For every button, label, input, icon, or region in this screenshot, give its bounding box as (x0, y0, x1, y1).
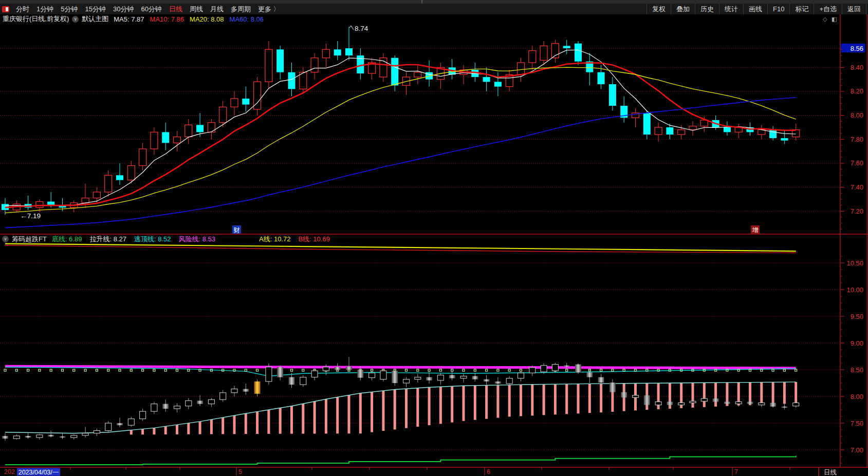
mini-candle-up (552, 365, 558, 371)
indicator-bar (290, 406, 293, 434)
b-line (5, 245, 796, 253)
axis-label-main: 7.60 (851, 159, 863, 167)
indicator-bar (141, 429, 144, 434)
indicator-header: ∨ 筹码超跌FT 底线: 6.89拉升线: 8.27逃顶线: 8.52风险线: … (2, 235, 338, 243)
indicator-name[interactable]: 筹码超跌FT (12, 235, 47, 244)
indicator-bar (359, 393, 362, 434)
candle-up (529, 51, 536, 63)
risk-tick-marker (612, 369, 614, 371)
mini-candle-down (117, 423, 123, 425)
candle-down (391, 58, 398, 86)
indicator-bar (577, 384, 580, 414)
indicator-bar (313, 402, 316, 434)
candle-up (300, 72, 307, 89)
mini-candle-up (437, 375, 444, 380)
mini-candle-up (541, 366, 547, 372)
risk-tick-marker (726, 369, 728, 371)
risk-tick-marker (15, 369, 17, 371)
axis-label-indicator: 8.50 (851, 366, 863, 374)
indicator-bar (451, 386, 453, 422)
candle-down (483, 77, 490, 82)
mini-candle-up (690, 401, 696, 403)
candle-down (724, 127, 731, 132)
indicator-bar (348, 395, 350, 434)
mini-candle-down (564, 366, 570, 367)
candle-down (242, 99, 249, 105)
risk-tick-marker (256, 369, 258, 371)
candle-up (174, 137, 181, 143)
candle-up (139, 149, 146, 166)
candle-down (494, 82, 502, 86)
candle-up (265, 49, 272, 82)
candle-down (334, 49, 341, 55)
candle-down (563, 46, 570, 48)
candle-up (82, 198, 89, 203)
risk-tick-marker (508, 369, 510, 371)
axis-label-indicator: 9.50 (851, 313, 863, 320)
risk-tick-marker (428, 369, 430, 371)
axis-label-main: 8.00 (851, 111, 863, 119)
mini-candle-up (735, 402, 742, 404)
indicator-bar (382, 391, 384, 431)
indicator-bar (463, 386, 465, 421)
indicator-bar (221, 417, 224, 434)
mini-candle-up (140, 411, 146, 419)
mini-candle-up (759, 403, 765, 405)
candle-down (276, 49, 284, 72)
risk-tick-marker (635, 369, 637, 371)
mini-candle-up (82, 433, 88, 435)
candle-up (518, 63, 525, 74)
risk-tick-marker (176, 369, 178, 371)
mini-candle-up (220, 393, 226, 400)
risk-tick-marker (39, 369, 41, 371)
axis-label-indicator: 10.50 (846, 259, 863, 267)
indicator-bar (394, 389, 396, 429)
candle-up (231, 99, 238, 107)
indicator-chevron-down-icon[interactable]: ∨ (2, 236, 9, 242)
mini-candle-special (254, 382, 261, 394)
annotation: ←7.19 (20, 212, 41, 220)
indicator-bar (439, 387, 442, 424)
risk-tick-marker (233, 369, 235, 371)
candle-up (36, 202, 43, 208)
indicator-bar (428, 387, 431, 425)
axis-label-main: 7.80 (851, 136, 863, 143)
mini-candle-down (610, 383, 616, 392)
mini-candle-down (2, 436, 8, 439)
risk-tick-marker (737, 369, 740, 371)
ma-line-5 (5, 50, 796, 206)
indicator-bar (130, 430, 133, 435)
candle-up (185, 125, 192, 137)
indicator-bar (336, 397, 339, 433)
risk-tick-marker (439, 369, 441, 371)
risk-tick-marker (486, 369, 488, 371)
risk-tick-marker (566, 369, 568, 371)
candle-up (678, 130, 685, 135)
indicator-bar (405, 389, 408, 428)
risk-tick-marker (657, 369, 659, 371)
mini-candle-down (426, 377, 432, 380)
candle-down (345, 48, 353, 55)
period-label[interactable]: 日线 (824, 469, 837, 476)
candle-down (643, 113, 651, 135)
indicator-bar (554, 384, 557, 414)
risk-tick-marker (73, 369, 75, 371)
mini-candle-up (174, 406, 180, 409)
mini-candle-down (586, 372, 593, 377)
candle-down (162, 132, 169, 143)
candle-up (105, 175, 112, 192)
indicator-value-2: 逃顶线: 8.52 (134, 235, 171, 243)
candle-down (666, 127, 673, 135)
candle-up (540, 46, 547, 60)
risk-tick-marker (130, 369, 132, 371)
mini-candle-up (36, 435, 43, 437)
candle-down (116, 175, 123, 180)
mini-candle-up (529, 368, 535, 373)
risk-tick-marker (497, 369, 499, 371)
mini-candle-down (449, 375, 455, 378)
mini-candle-up (403, 379, 410, 383)
indicator-bar (520, 385, 522, 416)
candle-down (196, 125, 204, 132)
mini-candle-down (495, 382, 501, 384)
indicator-ab-value-1: B线: 10.69 (298, 235, 329, 243)
